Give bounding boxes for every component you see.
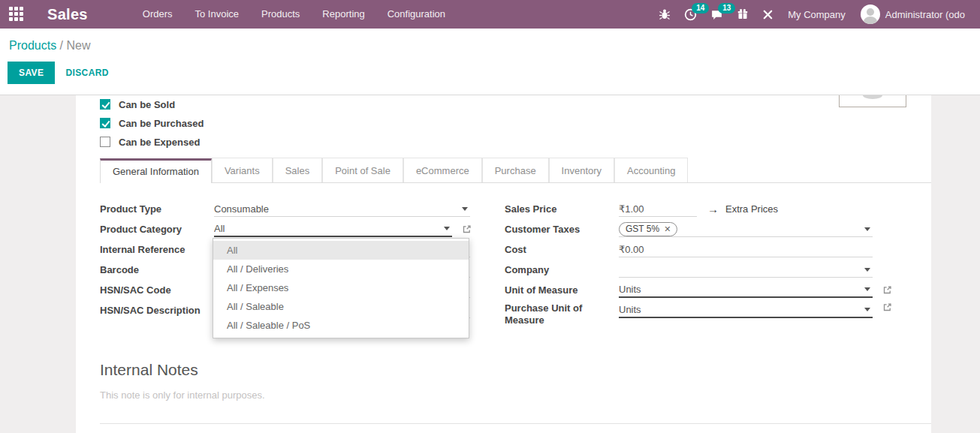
tab-inventory[interactable]: Inventory	[549, 158, 614, 182]
user-menu[interactable]: Administrator (odo	[853, 0, 972, 29]
product-category-label: Product Category	[100, 224, 214, 236]
dropdown-option-all-saleable[interactable]: All / Saleable	[213, 297, 469, 316]
product-type-label: Product Type	[100, 203, 214, 215]
field-customer-taxes: Customer Taxes GST 5% ✕	[505, 219, 892, 239]
flag-can-be-sold: Can be Sold	[100, 95, 204, 113]
field-unit-of-measure: Unit of Measure Units	[505, 280, 892, 300]
product-type-input[interactable]: Consumable	[214, 201, 470, 217]
field-purchase-uom: Purchase Unit of Measure Units	[505, 300, 892, 326]
app-name[interactable]: Sales	[47, 6, 88, 23]
apps-grid-icon[interactable]	[9, 7, 25, 23]
dropdown-option-all-deliveries[interactable]: All / Deliveries	[213, 260, 469, 278]
caret-down-icon	[864, 287, 870, 291]
company-input[interactable]	[619, 262, 873, 278]
sales-price-value: ₹1.00	[619, 203, 644, 215]
product-category-input[interactable]: All	[214, 221, 452, 237]
menu-orders[interactable]: Orders	[131, 0, 184, 29]
extra-prices-label: Extra Prices	[725, 203, 778, 215]
top-navbar: Sales Orders To Invoice Products Reporti…	[0, 0, 980, 29]
uom-input[interactable]: Units	[619, 282, 873, 298]
sales-price-label: Sales Price	[505, 203, 619, 215]
menu-to-invoice[interactable]: To Invoice	[184, 0, 251, 29]
can-be-sold-checkbox[interactable]	[100, 99, 110, 110]
internal-notes-input[interactable]: This note is only for internal purposes.	[100, 389, 265, 401]
hsn-sac-description-label: HSN/SAC Description	[100, 305, 214, 317]
tab-variants[interactable]: Variants	[212, 158, 273, 182]
tag-remove-icon[interactable]: ✕	[664, 224, 671, 234]
cost-input[interactable]: ₹0.00	[619, 242, 873, 257]
internal-reference-label: Internal Reference	[100, 244, 214, 256]
field-company: Company	[505, 260, 892, 280]
can-be-expensed-label: Can be Expensed	[119, 137, 200, 148]
tab-point-of-sale[interactable]: Point of Sale	[322, 158, 403, 182]
caret-down-icon	[462, 207, 468, 211]
arrow-right-icon: →	[707, 203, 719, 215]
user-name: Administrator (odo	[885, 9, 965, 20]
purchase-uom-input[interactable]: Units	[619, 302, 873, 318]
debug-bug-icon[interactable]	[652, 0, 677, 29]
extra-prices-button[interactable]: → Extra Prices	[707, 203, 778, 215]
can-be-purchased-checkbox[interactable]	[100, 118, 110, 128]
purchase-uom-label: Purchase Unit of Measure	[505, 302, 619, 326]
uom-label: Unit of Measure	[505, 284, 619, 296]
product-category-internal-link-icon[interactable]	[462, 224, 472, 234]
uom-value: Units	[619, 284, 641, 295]
menu-products[interactable]: Products	[250, 0, 311, 29]
activities-button[interactable]: 14	[677, 0, 704, 29]
tax-tag: GST 5% ✕	[619, 222, 677, 236]
tab-general-information[interactable]: General Information	[100, 158, 212, 183]
company-label: Company	[505, 264, 619, 276]
product-type-value: Consumable	[214, 203, 269, 215]
uom-internal-link-icon[interactable]	[882, 285, 892, 295]
can-be-purchased-label: Can be Purchased	[119, 118, 204, 129]
breadcrumb-separator: /	[60, 39, 63, 52]
customer-taxes-input[interactable]: GST 5% ✕	[619, 221, 873, 237]
dropdown-option-all-expenses[interactable]: All / Expenses	[213, 278, 469, 297]
tab-purchase[interactable]: Purchase	[482, 158, 549, 182]
notes-divider	[100, 423, 931, 424]
gift-button[interactable]	[730, 0, 755, 29]
can-be-expensed-checkbox[interactable]	[100, 137, 110, 147]
sales-price-input[interactable]: ₹1.00	[619, 201, 697, 217]
tax-tag-label: GST 5%	[626, 224, 659, 234]
customer-taxes-label: Customer Taxes	[505, 224, 619, 236]
breadcrumb-products-link[interactable]: Products	[9, 39, 56, 52]
menu-reporting[interactable]: Reporting	[311, 0, 375, 29]
product-image-upload[interactable]	[839, 95, 906, 107]
save-button[interactable]: SAVE	[8, 62, 55, 84]
tab-sales[interactable]: Sales	[273, 158, 323, 182]
dropdown-option-all[interactable]: All	[213, 241, 469, 260]
product-flags: Can be Sold Can be Purchased Can be Expe…	[100, 95, 204, 152]
company-menu[interactable]: My Company	[780, 0, 853, 29]
dropdown-option-all-saleable-pos[interactable]: All / Saleable / PoS	[213, 316, 469, 335]
product-category-value: All	[214, 223, 225, 234]
field-product-category: Product Category All	[100, 219, 472, 239]
discard-button[interactable]: DISCARD	[55, 62, 119, 84]
cost-value: ₹0.00	[619, 244, 644, 255]
barcode-label: Barcode	[100, 264, 214, 276]
control-panel: Products / New SAVE DISCARD	[0, 29, 980, 95]
caret-down-icon	[864, 268, 870, 272]
tab-ecommerce[interactable]: eCommerce	[403, 158, 482, 182]
page-background: Can be Sold Can be Purchased Can be Expe…	[0, 95, 980, 433]
field-sales-price: Sales Price ₹1.00 → Extra Prices	[505, 199, 892, 219]
internal-notes-title: Internal Notes	[100, 361, 265, 379]
tab-accounting[interactable]: Accounting	[614, 158, 688, 182]
cost-label: Cost	[505, 244, 619, 256]
tools-button[interactable]	[755, 0, 780, 29]
form-sheet: Can be Sold Can be Purchased Can be Expe…	[76, 95, 931, 433]
avatar	[861, 5, 880, 24]
company-name: My Company	[788, 9, 846, 20]
menu-configuration[interactable]: Configuration	[376, 0, 457, 29]
caret-down-icon	[444, 227, 450, 230]
caret-down-icon	[864, 308, 870, 311]
purchase-uom-value: Units	[619, 304, 641, 315]
product-category-dropdown: All All / Deliveries All / Expenses All …	[213, 238, 469, 338]
caret-down-icon	[864, 227, 870, 231]
camera-icon	[863, 95, 882, 99]
breadcrumb-current: New	[67, 39, 91, 52]
purchase-uom-internal-link-icon[interactable]	[882, 302, 892, 312]
internal-notes-section: Internal Notes This note is only for int…	[100, 361, 265, 401]
messages-button[interactable]: 13	[704, 0, 730, 29]
field-product-type: Product Type Consumable	[100, 199, 472, 219]
